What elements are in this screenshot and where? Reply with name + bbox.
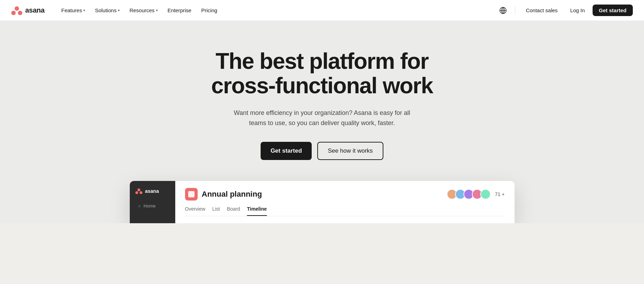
nav-enterprise[interactable]: Enterprise — [163, 5, 196, 15]
tab-overview[interactable]: Overview — [185, 206, 205, 216]
avatar-5 — [480, 189, 491, 199]
contact-sales-button[interactable]: Contact sales — [521, 5, 562, 15]
svg-point-9 — [140, 191, 142, 194]
nav-features[interactable]: Features ▾ — [57, 5, 89, 15]
app-project-icon — [185, 188, 198, 201]
language-selector-button[interactable] — [497, 4, 509, 17]
navbar-right: Contact sales Log In Get started — [497, 4, 633, 17]
app-preview: asana ○ Home Annual planning — [130, 181, 515, 223]
sidebar-logo-text: asana — [145, 188, 159, 194]
svg-point-1 — [11, 10, 16, 15]
sidebar-item-home[interactable]: ○ Home — [135, 201, 170, 211]
get-started-nav-button[interactable]: Get started — [593, 5, 633, 16]
avatar-stack — [447, 189, 491, 199]
brand-name: asana — [25, 6, 44, 14]
asana-logo-icon — [11, 6, 22, 15]
navbar: asana Features ▾ Solutions ▾ Resources ▾… — [0, 0, 644, 21]
member-count: 71 + — [495, 191, 505, 197]
nav-resources[interactable]: Resources ▾ — [125, 5, 162, 15]
home-icon: ○ — [138, 203, 141, 209]
svg-point-2 — [18, 10, 22, 15]
sidebar-logo: asana — [135, 188, 170, 194]
app-title-group: Annual planning — [185, 188, 262, 201]
navbar-divider — [515, 6, 515, 15]
app-members: 71 + — [447, 189, 505, 199]
svg-point-0 — [15, 6, 19, 11]
nav-solutions[interactable]: Solutions ▾ — [91, 5, 124, 15]
hero-buttons: Get started See how it works — [261, 142, 383, 160]
hero-subtitle: Want more efficiency in your organizatio… — [228, 108, 417, 128]
sidebar-asana-icon — [135, 188, 142, 194]
globe-icon — [499, 7, 507, 14]
login-button[interactable]: Log In — [565, 5, 590, 15]
app-project-title: Annual planning — [202, 190, 262, 199]
main-nav: Features ▾ Solutions ▾ Resources ▾ Enter… — [57, 5, 497, 15]
app-tabs: Overview List Board Timeline — [185, 206, 505, 216]
app-header: Annual planning 71 + — [185, 188, 505, 201]
tab-list[interactable]: List — [212, 206, 220, 216]
tab-board[interactable]: Board — [227, 206, 240, 216]
tab-timeline[interactable]: Timeline — [247, 206, 267, 216]
hero-get-started-button[interactable]: Get started — [261, 142, 312, 160]
hero-section: The best platform for cross-functional w… — [0, 21, 644, 223]
brand-logo[interactable]: asana — [11, 6, 44, 15]
app-main: Annual planning 71 + Overview — [175, 181, 515, 223]
hero-see-how-button[interactable]: See how it works — [317, 142, 383, 160]
solutions-chevron-icon: ▾ — [118, 8, 120, 12]
nav-pricing[interactable]: Pricing — [197, 5, 221, 15]
hero-title: The best platform for cross-functional w… — [211, 49, 433, 98]
features-chevron-icon: ▾ — [83, 8, 85, 12]
svg-point-8 — [135, 191, 138, 194]
resources-chevron-icon: ▾ — [156, 8, 158, 12]
app-sidebar: asana ○ Home — [130, 181, 175, 223]
svg-point-7 — [137, 189, 140, 191]
